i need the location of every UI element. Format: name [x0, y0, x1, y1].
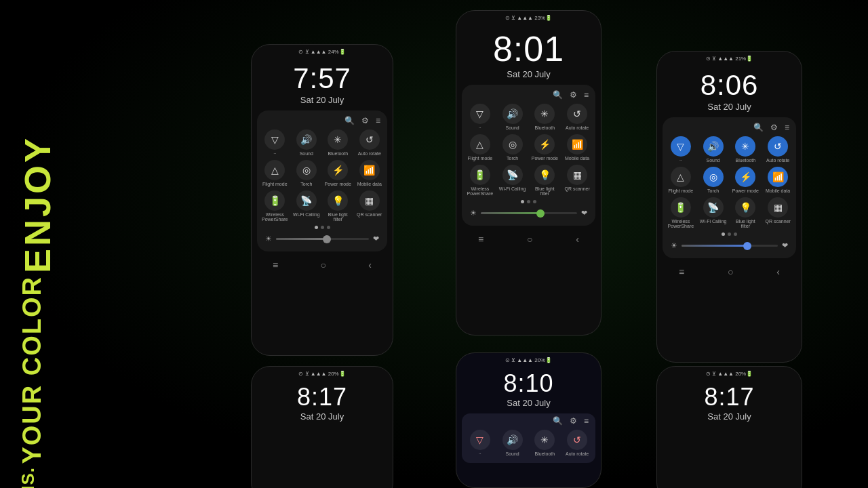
- tile-qr-3[interactable]: ▦ QR scanner: [764, 197, 792, 228]
- tile-data-3[interactable]: 📶 Mobile data: [764, 167, 792, 193]
- tile-bluelight-2[interactable]: 💡 Blue light filter: [531, 165, 559, 196]
- settings-icon-3[interactable]: ⚙: [770, 123, 778, 132]
- tile-wifi-1[interactable]: ▽ ··: [261, 129, 289, 156]
- tile-wificall-1[interactable]: 📡 Wi-Fi Calling: [293, 190, 321, 222]
- wireless-icon-1: 🔋: [264, 190, 285, 211]
- settings-icon-1[interactable]: ⚙: [361, 116, 369, 125]
- nav-menu-3[interactable]: ≡: [679, 266, 684, 277]
- tile-wificall-3[interactable]: 📡 Wi-Fi Calling: [699, 197, 728, 228]
- brightness-low-icon-3: ☀: [671, 241, 677, 250]
- tile-torch-1[interactable]: ◎ Torch: [293, 160, 321, 186]
- search-icon-2[interactable]: 🔍: [553, 90, 563, 100]
- tile-torch-3[interactable]: ◎ Torch: [699, 167, 728, 193]
- status-bar-4: ⊙ ⊻ ▲▲▲ 20%🔋: [252, 367, 393, 379]
- tile-sound-2[interactable]: 🔊 Sound: [498, 104, 527, 130]
- date-2: Sat 20 July: [456, 69, 601, 79]
- tile-bluelight-3[interactable]: 💡 Blue light filter: [732, 197, 760, 228]
- qs-grid-row2-1: △ Flight mode ◎ Torch ⚡ Power mode 📶 Mob…: [261, 160, 383, 186]
- power-icon-1: ⚡: [328, 160, 348, 180]
- qs-header-3: 🔍 ⚙ ≡: [667, 123, 792, 136]
- brightness-high-icon-3: ❤: [782, 241, 788, 250]
- qs-grid-row1-3: ▽ ·· 🔊 Sound ✳ Bluetooth ↺ Auto rotate: [667, 136, 792, 163]
- tile-wifi-2[interactable]: ▽ ··: [466, 104, 494, 130]
- clock-4: 8:17: [252, 383, 393, 411]
- brand-vertical: ENJOY YOUR COLOR COMBINATIONS.: [19, 136, 56, 488]
- date-3: Sat 20 July: [657, 102, 802, 112]
- tile-wificall-2[interactable]: 📡 Wi-Fi Calling: [498, 165, 527, 196]
- nav-home-3[interactable]: ○: [728, 266, 733, 277]
- phone-5: ⊙ ⊻ ▲▲▲ 20%🔋 8:10 Sat 20 July 🔍 ⚙ ≡ ▽ ··…: [456, 352, 601, 488]
- tile-rot-2[interactable]: ↺ Auto rotate: [563, 104, 591, 130]
- qs-panel-3: 🔍 ⚙ ≡ ▽ ·· 🔊 Sound ✳ Bluetooth ↺: [663, 117, 796, 258]
- brightness-bar-1[interactable]: [276, 238, 369, 240]
- qs-dots-2: [466, 200, 591, 203]
- phone-2: ⊙ ⊻ ▲▲▲ 23%🔋 8:01 Sat 20 July 🔍 ⚙ ≡ ▽ ··…: [456, 10, 601, 336]
- nav-back-3[interactable]: ‹: [776, 266, 780, 277]
- tile-wps-3[interactable]: 🔋 Wireless PowerShare: [667, 197, 695, 228]
- qs-grid-row3-1: 🔋 Wireless PowerShare 📡 Wi-Fi Calling 💡 …: [261, 190, 383, 222]
- tile-sound-3[interactable]: 🔊 Sound: [699, 136, 728, 163]
- nav-back-2[interactable]: ‹: [576, 234, 579, 245]
- enjoy-label: ENJOY: [19, 136, 56, 273]
- tile-bluetooth-1[interactable]: ✳ Bluetooth: [324, 129, 352, 156]
- menu-icon-2[interactable]: ≡: [584, 90, 589, 100]
- rotate-icon-1: ↺: [359, 129, 380, 150]
- clock-1: 7:57: [252, 62, 393, 95]
- tile-rot-3[interactable]: ↺ Auto rotate: [764, 136, 792, 163]
- tile-bluelight-1[interactable]: 💡 Blue light filter: [324, 190, 352, 222]
- your-color-label: YOUR COLOR: [19, 276, 45, 464]
- dot-3: [327, 226, 330, 229]
- nav-menu-2[interactable]: ≡: [478, 234, 484, 245]
- qs-grid-row3-3: 🔋 Wireless PowerShare 📡 Wi-Fi Calling 💡 …: [667, 197, 792, 228]
- tile-power-1[interactable]: ⚡ Power mode: [324, 160, 352, 186]
- nav-bar-2: ≡ ○ ‹: [456, 230, 601, 247]
- tile-sound-1[interactable]: 🔊 Sound: [293, 129, 321, 156]
- nav-bar-1: ≡ ○ ‹: [252, 256, 393, 273]
- tile-bt-2[interactable]: ✳ Bluetooth: [531, 104, 559, 130]
- qr-icon-1: ▦: [359, 190, 380, 211]
- status-bar-2: ⊙ ⊻ ▲▲▲ 23%🔋: [456, 11, 601, 23]
- bluelight-icon-1: 💡: [328, 190, 348, 211]
- tile-wps-2[interactable]: 🔋 Wireless PowerShare: [466, 165, 494, 196]
- nav-home-icon-1[interactable]: ○: [321, 260, 326, 270]
- tile-wireless-1[interactable]: 🔋 Wireless PowerShare: [261, 190, 289, 222]
- tile-wifi-3[interactable]: ▽ ··: [667, 136, 695, 163]
- tile-power-2[interactable]: ⚡ Power mode: [531, 134, 559, 161]
- qs-grid-row2-3: △ Flight mode ◎ Torch ⚡ Power mode 📶 Mob…: [667, 167, 792, 193]
- menu-icon-3[interactable]: ≡: [785, 123, 789, 132]
- qs-panel-1: 🔍 ⚙ ≡ ▽ ·· 🔊 Sound ✳ Bluetooth: [257, 110, 387, 251]
- qs-grid-row1-1: ▽ ·· 🔊 Sound ✳ Bluetooth ↺ Auto rotate: [261, 129, 383, 156]
- brightness-bar-2[interactable]: [481, 212, 577, 214]
- search-icon-3[interactable]: 🔍: [753, 123, 764, 132]
- tile-qr-2[interactable]: ▦ QR scanner: [563, 165, 591, 196]
- tile-flight-2[interactable]: △ Flight mode: [466, 134, 494, 161]
- search-icon-1[interactable]: 🔍: [344, 116, 355, 125]
- menu-icon-1[interactable]: ≡: [376, 116, 380, 125]
- sound-icon-1: 🔊: [296, 129, 317, 150]
- status-bar-1: ⊙ ⊻ ▲▲▲ 24%🔋: [252, 45, 393, 57]
- brightness-3[interactable]: ☀ ❤: [667, 239, 792, 253]
- brightness-1[interactable]: ☀ ❤: [261, 232, 383, 246]
- phone-1: ⊙ ⊻ ▲▲▲ 24%🔋 7:57 Sat 20 July 🔍 ⚙ ≡ ▽ ··…: [251, 44, 393, 356]
- tile-rotate-1[interactable]: ↺ Auto rotate: [356, 129, 384, 156]
- nav-menu-icon-1[interactable]: ≡: [273, 260, 278, 270]
- phone-6: ⊙ ⊻ ▲▲▲ 20%🔋 8:17 Sat 20 July: [656, 366, 802, 488]
- qs-grid-row1-2: ▽ ·· 🔊 Sound ✳ Bluetooth ↺ Auto rotate: [466, 104, 591, 130]
- wifi-icon-1: ▽: [264, 129, 285, 150]
- nav-back-icon-1[interactable]: ‹: [368, 260, 372, 270]
- brightness-2[interactable]: ☀ ❤: [466, 206, 591, 220]
- tile-data-1[interactable]: 📶 Mobile data: [356, 160, 384, 186]
- tile-bt-3[interactable]: ✳ Bluetooth: [732, 136, 760, 163]
- tile-qr-1[interactable]: ▦ QR scanner: [356, 190, 384, 222]
- dot-1: [315, 226, 318, 229]
- tile-data-2[interactable]: 📶 Mobile data: [563, 134, 591, 161]
- tile-power-3[interactable]: ⚡ Power mode: [732, 167, 760, 193]
- tile-torch-2[interactable]: ◎ Torch: [498, 134, 527, 161]
- settings-icon-2[interactable]: ⚙: [570, 90, 577, 100]
- tile-flight-3[interactable]: △ Flight mode: [667, 167, 695, 193]
- brightness-bar-3[interactable]: [682, 245, 778, 247]
- clock-2: 8:01: [456, 28, 601, 69]
- torch-icon-1: ◎: [296, 160, 317, 180]
- nav-home-2[interactable]: ○: [527, 234, 532, 245]
- tile-flight-1[interactable]: △ Flight mode: [261, 160, 289, 186]
